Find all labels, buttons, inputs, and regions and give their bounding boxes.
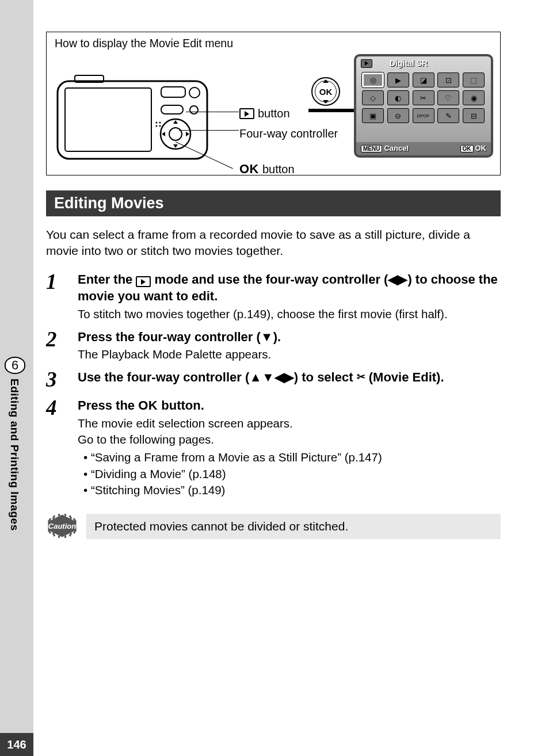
palette-icon: ♡: [437, 90, 459, 105]
step-desc: To stitch two movies together (p.149), c…: [78, 306, 501, 323]
callout-fourway: Four-way controller: [239, 127, 366, 140]
step-3: 3 Use the four-way controller (▲▼◀▶) to …: [46, 369, 501, 391]
screen-title: Digital SR: [390, 59, 428, 68]
section-label: Editing and Printing Images: [8, 379, 21, 531]
ok-label: OK: [138, 398, 158, 413]
main-content: How to display the Movie Edit menu: [46, 32, 501, 539]
palette-icon: ◉: [463, 90, 485, 105]
palette-icon: ⊖: [387, 108, 409, 123]
palette-icon: ◪: [413, 72, 434, 87]
page-number: 146: [0, 733, 33, 756]
callout-ok-button: OK button: [239, 162, 295, 177]
palette-icon: ◇: [362, 90, 384, 105]
palette-icon: ⬚: [463, 72, 485, 87]
list-item: “Stitching Movies” (p.149): [83, 482, 501, 499]
step-number: 2: [46, 329, 78, 363]
step-number: 3: [46, 369, 78, 391]
palette-icon: DPOF: [413, 108, 434, 123]
section-number: 6: [5, 357, 25, 374]
step-number: 4: [46, 397, 78, 499]
list-item: “Dividing a Movie” (p.148): [83, 466, 501, 483]
svg-rect-2: [161, 87, 185, 97]
step-desc: The movie edit selection screen appears.…: [78, 415, 501, 499]
palette-icon: ⊟: [463, 108, 485, 123]
palette-icon: ✎: [437, 108, 459, 123]
ok-label: OK: [475, 144, 487, 152]
caution-text: Protected movies cannot be divided or st…: [86, 514, 501, 539]
section-tab: 6 Editing and Printing Images: [0, 357, 29, 587]
palette-icon: ◎: [362, 72, 384, 87]
step-number: 1: [46, 271, 78, 323]
palette-icon: ◐: [387, 90, 409, 105]
intro-text: You can select a frame from a recorded m…: [46, 227, 501, 259]
caution-badge-icon: Caution: [46, 514, 78, 538]
ok-badge: OK: [460, 145, 474, 152]
step-desc: The Playback Mode Palette appears.: [78, 346, 501, 363]
svg-point-11: [159, 125, 161, 127]
step-title: Use the four-way controller (▲▼◀▶) to se…: [78, 369, 501, 386]
cancel-label: Cancel: [384, 144, 409, 152]
lcd-screen-mock: Digital SR ◎ ▶ ◪ ⊡ ⬚ ◇ ◐ ✂ ♡ ◉ ▣ ⊖ DPOF …: [354, 54, 493, 158]
step-4: 4 Press the OK button. The movie edit se…: [46, 397, 501, 499]
screen-footer: MENUCancel OKOK: [356, 142, 491, 155]
caution-row: Caution Protected movies cannot be divid…: [46, 514, 501, 539]
scissors-icon: ✂: [357, 370, 365, 384]
camera-illustration: [55, 64, 216, 167]
bullet-list: “Saving a Frame from a Movie as a Still …: [78, 449, 501, 499]
section-heading: Editing Movies: [46, 190, 501, 216]
diagram-box: How to display the Movie Edit menu: [46, 32, 501, 175]
svg-point-5: [190, 106, 198, 114]
diagram-title: How to display the Movie Edit menu: [55, 37, 494, 50]
svg-rect-1: [65, 88, 151, 151]
screen-header: Digital SR: [356, 56, 491, 70]
step-title: Enter the mode and use the four-way cont…: [78, 271, 501, 305]
menu-badge: MENU: [361, 145, 382, 152]
svg-rect-4: [161, 105, 183, 114]
step-title: Press the OK button.: [78, 397, 501, 414]
palette-icon: ⊡: [437, 72, 459, 87]
ok-label: OK: [239, 162, 259, 177]
palette-icon-grid: ◎ ▶ ◪ ⊡ ⬚ ◇ ◐ ✂ ♡ ◉ ▣ ⊖ DPOF ✎ ⊟: [356, 70, 491, 125]
palette-icon: ▶: [387, 72, 409, 87]
ok-button-icon: OK: [311, 77, 340, 106]
svg-point-10: [159, 122, 161, 124]
play-icon: [136, 276, 151, 287]
play-icon: [239, 108, 254, 119]
svg-point-3: [189, 87, 200, 98]
palette-icon: ✂: [413, 90, 434, 105]
svg-point-8: [156, 122, 158, 124]
callout-play-button: button: [239, 107, 290, 120]
step-1: 1 Enter the mode and use the four-way co…: [46, 271, 501, 323]
play-icon: [361, 59, 372, 68]
list-item: “Saving a Frame from a Movie as a Still …: [83, 449, 501, 466]
step-2: 2 Press the four-way controller (▼). The…: [46, 329, 501, 363]
svg-point-9: [156, 125, 158, 127]
palette-icon: ▣: [362, 108, 384, 123]
step-title: Press the four-way controller (▼).: [78, 329, 501, 346]
steps-list: 1 Enter the mode and use the four-way co…: [46, 271, 501, 499]
